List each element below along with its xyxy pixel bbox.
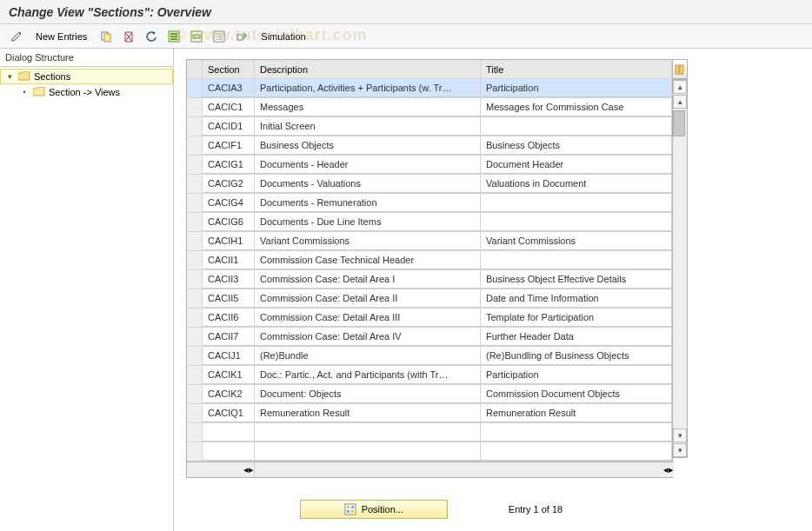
table-row[interactable]: CACII7Commission Case: Detail Area IVFur… — [187, 328, 672, 347]
cell-title[interactable]: Variant Commissions — [481, 232, 672, 250]
simulation-button[interactable]: Simulation — [255, 28, 311, 45]
cell-section[interactable]: CACII6 — [203, 309, 255, 327]
cell-section[interactable]: CACII3 — [203, 270, 255, 289]
row-selector[interactable] — [187, 366, 203, 384]
cell-section[interactable]: CACIJ1 — [203, 347, 255, 365]
row-selector[interactable] — [187, 270, 203, 289]
row-selector[interactable] — [187, 232, 203, 250]
cell-description[interactable]: Messages — [255, 98, 481, 116]
table-row[interactable]: CACIK2Document: ObjectsCommission Docume… — [187, 385, 672, 404]
table-row[interactable]: CACIC1MessagesMessages for Commission Ca… — [187, 98, 672, 117]
cell-section[interactable]: CACIG2 — [203, 175, 255, 193]
scroll-down-button-2[interactable]: ▾ — [673, 443, 687, 457]
cell-section[interactable]: CACII1 — [203, 251, 255, 269]
table-settings-button[interactable] — [672, 59, 688, 79]
table-row[interactable]: CACII3Commission Case: Detail Area IBusi… — [187, 270, 672, 289]
cell-description[interactable]: Documents - Remuneration — [255, 194, 481, 212]
row-selector[interactable] — [187, 309, 203, 327]
horizontal-scrollbar[interactable]: ◂ ▸ ◂ ▸ — [187, 461, 674, 477]
configure-button[interactable] — [232, 28, 251, 45]
row-selector[interactable] — [187, 175, 203, 193]
row-selector[interactable] — [187, 98, 203, 116]
vertical-scrollbar[interactable]: ▴ ▴ ▾ ▾ — [672, 79, 688, 458]
scroll-down-button[interactable]: ▾ — [673, 428, 687, 442]
expand-collapse-icon[interactable]: ▾ — [4, 72, 15, 81]
tree-item-sections[interactable]: ▾ Sections — [0, 69, 173, 84]
tree-item-section-views[interactable]: • Section -> Views — [0, 84, 173, 100]
row-selector[interactable] — [187, 117, 203, 136]
cell-section[interactable]: CACIK1 — [203, 366, 255, 384]
scroll-right-button-2[interactable]: ▸ — [669, 464, 674, 475]
undo-change-button[interactable] — [142, 28, 161, 45]
cell-title[interactable]: Template for Participation — [481, 309, 672, 327]
scroll-thumb[interactable] — [673, 110, 685, 136]
table-row[interactable]: CACIH1Variant CommissionsVariant Commiss… — [187, 232, 672, 251]
column-header-description[interactable]: Description — [255, 60, 481, 78]
cell-title[interactable]: Commission Document Objects — [481, 385, 672, 403]
table-row[interactable]: CACIA3Participation, Activities + Partic… — [187, 79, 672, 98]
table-row[interactable]: CACIJ1(Re)Bundle(Re)Bundling of Business… — [187, 347, 672, 366]
cell-title[interactable]: Further Header Data — [481, 328, 672, 346]
cell-section[interactable]: CACII5 — [203, 289, 255, 308]
cell-section[interactable]: CACIH1 — [203, 232, 255, 250]
cell-title[interactable]: Participation — [481, 366, 672, 384]
table-row[interactable]: CACIK1Doc.: Partic., Act. and Participan… — [187, 366, 672, 385]
cell-description[interactable]: Participation, Activities + Participants… — [255, 79, 481, 97]
cell-title[interactable]: Participation — [481, 79, 672, 97]
select-block-button[interactable] — [187, 28, 206, 45]
row-selector[interactable] — [187, 156, 203, 174]
cell-description[interactable]: Commission Case: Detail Area III — [255, 309, 481, 327]
cell-section[interactable]: CACIG6 — [203, 213, 255, 231]
cell-description[interactable]: Initial Screen — [255, 117, 481, 136]
row-selector[interactable] — [187, 251, 203, 269]
table-row[interactable]: CACIF1Business ObjectsBusiness Objects — [187, 136, 672, 156]
cell-description[interactable]: Doc.: Partic., Act. and Participants (wi… — [255, 366, 481, 384]
row-selector[interactable] — [187, 404, 203, 422]
cell-title[interactable]: Messages for Commission Case — [481, 98, 672, 116]
cell-section[interactable]: CACIG4 — [203, 194, 255, 212]
cell-title[interactable]: Valuations in Document — [481, 175, 672, 193]
cell-section[interactable]: CACII7 — [203, 328, 255, 346]
row-selector[interactable] — [187, 213, 203, 231]
row-selector[interactable] — [187, 136, 203, 155]
table-row[interactable]: CACIG6Documents - Due Line Items — [187, 213, 672, 232]
select-all-button[interactable] — [164, 28, 183, 45]
cell-title[interactable]: Remuneration Result — [481, 404, 672, 422]
scroll-up-button[interactable]: ▴ — [673, 80, 687, 94]
cell-title[interactable] — [481, 117, 672, 136]
row-selector[interactable] — [187, 328, 203, 346]
cell-description[interactable]: Remuneration Result — [255, 404, 481, 422]
cell-title[interactable] — [481, 251, 672, 269]
cell-description[interactable]: Commission Case: Detail Area II — [255, 289, 481, 308]
cell-section[interactable]: CACIG1 — [203, 156, 255, 174]
toggle-display-change-button[interactable] — [7, 28, 26, 45]
column-header-title[interactable]: Title — [481, 60, 672, 78]
row-selector[interactable] — [187, 385, 203, 403]
new-entries-button[interactable]: New Entries — [30, 28, 93, 45]
cell-section[interactable]: CACIC1 — [203, 98, 255, 116]
row-selector[interactable] — [187, 194, 203, 212]
table-row[interactable]: CACID1Initial Screen — [187, 117, 672, 136]
cell-title[interactable]: (Re)Bundling of Business Objects — [481, 347, 672, 365]
cell-description[interactable]: Documents - Header — [255, 156, 481, 174]
position-button[interactable]: Position... — [300, 500, 448, 519]
scroll-up-button-2[interactable]: ▴ — [673, 95, 687, 109]
table-row[interactable]: CACII1Commission Case Technical Header — [187, 251, 672, 270]
cell-description[interactable]: Commission Case: Detail Area I — [255, 270, 481, 289]
cell-section[interactable]: CACIK2 — [203, 385, 255, 403]
cell-title[interactable] — [481, 194, 672, 212]
column-header-section[interactable]: Section — [203, 60, 255, 78]
cell-description[interactable]: Commission Case: Detail Area IV — [255, 328, 481, 346]
cell-description[interactable]: Documents - Valuations — [255, 175, 481, 193]
cell-section[interactable]: CACID1 — [203, 117, 255, 136]
cell-description[interactable]: Business Objects — [255, 136, 481, 155]
cell-title[interactable] — [481, 213, 672, 231]
table-row[interactable]: CACII6Commission Case: Detail Area IIITe… — [187, 309, 672, 328]
cell-title[interactable]: Date and Time Information — [481, 289, 672, 308]
copy-as-button[interactable] — [97, 28, 116, 45]
table-row[interactable]: CACII5Commission Case: Detail Area IIDat… — [187, 289, 672, 309]
cell-description[interactable]: Variant Commissions — [255, 232, 481, 250]
cell-description[interactable]: (Re)Bundle — [255, 347, 481, 365]
row-selector-header[interactable] — [187, 60, 203, 78]
table-row[interactable]: CACIQ1Remuneration ResultRemuneration Re… — [187, 404, 672, 423]
